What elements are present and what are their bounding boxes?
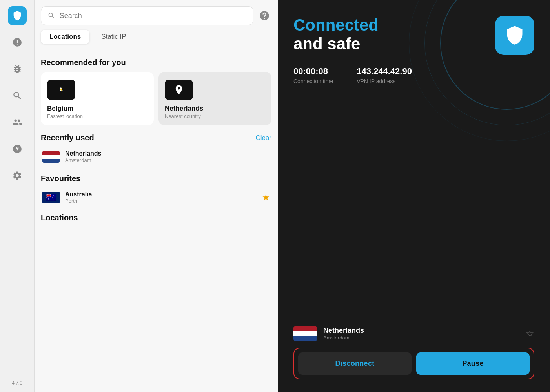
connected-flag [293, 326, 317, 341]
tab-locations[interactable]: Locations [41, 30, 89, 44]
help-button[interactable] [257, 9, 271, 23]
australia-info: Australia Perth [65, 191, 257, 204]
sidebar-icon-block[interactable] [8, 140, 27, 158]
connection-time-stat: 00:00:08 Connection time [293, 66, 333, 84]
australia-flag [42, 192, 60, 203]
action-buttons: Disconnect Pause [293, 348, 534, 379]
recently-used-header: Recently used Clear [41, 133, 271, 142]
disconnect-button[interactable]: Disconnect [298, 352, 412, 375]
rec-card-belgium[interactable]: Belgium Fastest location [41, 72, 154, 125]
australia-name: Australia [65, 191, 257, 198]
locations-title: Locations [41, 213, 271, 222]
netherlands-rec-subtitle: Nearest country [165, 113, 265, 119]
app-version: 4.7.0 [12, 380, 22, 386]
sidebar-icon-settings[interactable] [8, 166, 27, 185]
belgium-subtitle: Fastest location [47, 113, 148, 119]
recently-used-netherlands[interactable]: Netherlands Amsterdam [41, 147, 271, 166]
australia-city: Perth [65, 198, 257, 204]
netherlands-rec-name: Netherlands [165, 105, 265, 113]
connected-location-name: Netherlands [323, 327, 364, 335]
recently-used-title: Recently used [41, 133, 94, 142]
stats-row: 00:00:08 Connection time 143.244.42.90 V… [293, 66, 534, 84]
right-panel: Connected and safe 00:00:08 Connection t… [278, 0, 550, 392]
search-icon [47, 11, 56, 20]
left-panel: Locations Static IP Recommended for you … [35, 0, 278, 392]
connected-star[interactable]: ☆ [526, 328, 534, 339]
netherlands-flag [42, 151, 60, 163]
tabs: Locations Static IP [35, 28, 278, 49]
connection-time-label: Connection time [293, 78, 333, 84]
connected-line2: and safe [293, 34, 360, 53]
netherlands-city: Amsterdam [65, 157, 270, 163]
favourites-australia[interactable]: Australia Perth ★ [41, 188, 271, 207]
connected-location-city: Amsterdam [323, 335, 364, 341]
sidebar-icon-search-user[interactable] [8, 86, 27, 105]
connection-time-value: 00:00:08 [293, 66, 333, 76]
vpn-ip-stat: 143.244.42.90 VPN IP address [357, 66, 412, 84]
search-input[interactable] [60, 12, 247, 20]
sidebar-icon-people[interactable] [8, 113, 27, 132]
connected-location-info: Netherlands Amsterdam [323, 327, 364, 341]
belgium-icon [47, 80, 75, 100]
recommended-cards: Belgium Fastest location Netherlands Nea… [41, 72, 271, 125]
search-bar [35, 0, 278, 28]
connection-info: Netherlands Amsterdam ☆ [293, 326, 534, 341]
vpn-ip-label: VPN IP address [357, 78, 412, 84]
clear-button[interactable]: Clear [255, 134, 271, 142]
sidebar-icon-alert[interactable] [8, 33, 27, 52]
favourites-title: Favourites [41, 174, 80, 183]
australia-star[interactable]: ★ [262, 192, 270, 203]
belgium-name: Belgium [47, 105, 148, 113]
netherlands-name: Netherlands [65, 150, 270, 157]
netherlands-icon [165, 80, 193, 100]
search-input-wrapper[interactable] [41, 6, 253, 25]
recommended-title: Recommended for you [41, 58, 271, 67]
sidebar-icon-shield[interactable] [8, 6, 27, 25]
vpn-ip-value: 143.244.42.90 [357, 66, 412, 76]
netherlands-info: Netherlands Amsterdam [65, 150, 270, 163]
sidebar-icon-bug[interactable] [8, 60, 27, 78]
connected-title: Connected and safe [293, 16, 534, 54]
rec-card-netherlands[interactable]: Netherlands Nearest country [158, 72, 271, 125]
favourites-header: Favourites [41, 174, 271, 183]
connected-line1: Connected [293, 16, 379, 34]
tab-static-ip[interactable]: Static IP [93, 30, 135, 44]
pause-button[interactable]: Pause [416, 352, 530, 375]
sidebar: 4.7.0 [0, 0, 35, 392]
panel-content: Recommended for you Belgium Fastest loca… [35, 49, 278, 392]
